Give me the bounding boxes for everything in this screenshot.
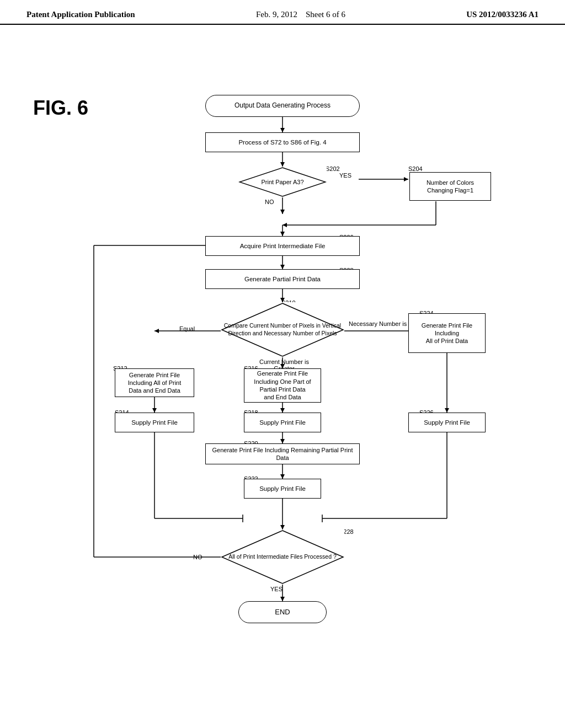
publication-title: Patent Application Publication: [26, 10, 135, 19]
s212-box: Generate Print File Including All of Pri…: [115, 368, 194, 397]
s202-no-label: NO: [265, 199, 274, 205]
s204-label: S204: [408, 165, 423, 172]
svg-marker-26: [280, 408, 285, 413]
s228-no-label: NO: [193, 554, 202, 560]
start-node: Output Data Generating Process: [205, 95, 360, 117]
svg-marker-3: [280, 162, 285, 167]
sheet-number: Sheet 6 of 6: [306, 10, 345, 19]
s210-diamond: Compare Current Number of Pixels in Vert…: [221, 302, 344, 357]
svg-marker-10: [282, 223, 287, 227]
svg-marker-39: [280, 525, 285, 529]
s206-box: Acquire Print Intermediate File: [205, 236, 360, 256]
svg-marker-12: [280, 232, 285, 236]
svg-marker-18: [154, 329, 159, 333]
svg-marker-5: [404, 177, 408, 181]
s226-box: Supply Print File: [408, 413, 486, 432]
s210-equal-label: Equal: [179, 325, 195, 332]
page-header: Patent Application Publication Feb. 9, 2…: [0, 0, 565, 25]
svg-marker-30: [280, 439, 285, 443]
header-right: US 2012/0033236 A1: [466, 10, 539, 19]
s202-label: S202: [326, 165, 340, 172]
patent-number: US 2012/0033236 A1: [466, 10, 539, 19]
s204-box: Number of Colors Changing Flag=1: [409, 172, 491, 201]
s72-s86-box: Process of S72 to S86 of Fig. 4: [205, 132, 360, 152]
header-center: Feb. 9, 2012 Sheet 6 of 6: [256, 10, 345, 19]
s220-box: Generate Print File Including Remaining …: [205, 443, 360, 464]
svg-marker-45: [280, 597, 285, 601]
svg-marker-28: [445, 408, 449, 413]
s228-diamond: All of Print Intermediate Files Processe…: [221, 529, 344, 585]
svg-marker-32: [280, 474, 285, 479]
s224-box: Generate Print File Including All of Pri…: [408, 313, 486, 353]
svg-marker-7: [280, 210, 285, 214]
svg-marker-1: [280, 128, 285, 132]
flowchart-diagram: Output Data Generating Process Process o…: [33, 83, 532, 700]
s214-box: Supply Print File: [115, 413, 194, 432]
s202-diamond: Print Paper A3?: [238, 167, 327, 197]
s208-box: Generate Partial Print Data: [205, 269, 360, 289]
s218-box: Supply Print File: [244, 413, 321, 432]
end-node: END: [238, 601, 327, 623]
header-left: Patent Application Publication: [26, 10, 135, 19]
svg-marker-24: [152, 408, 157, 413]
s216-box: Generate Print File Including One Part o…: [244, 368, 321, 403]
s202-yes-label: YES: [339, 172, 351, 179]
publication-date: Feb. 9, 2012: [256, 10, 297, 19]
svg-marker-14: [280, 265, 285, 269]
s222-box: Supply Print File: [244, 479, 321, 499]
s228-yes-label: YES: [270, 586, 282, 592]
